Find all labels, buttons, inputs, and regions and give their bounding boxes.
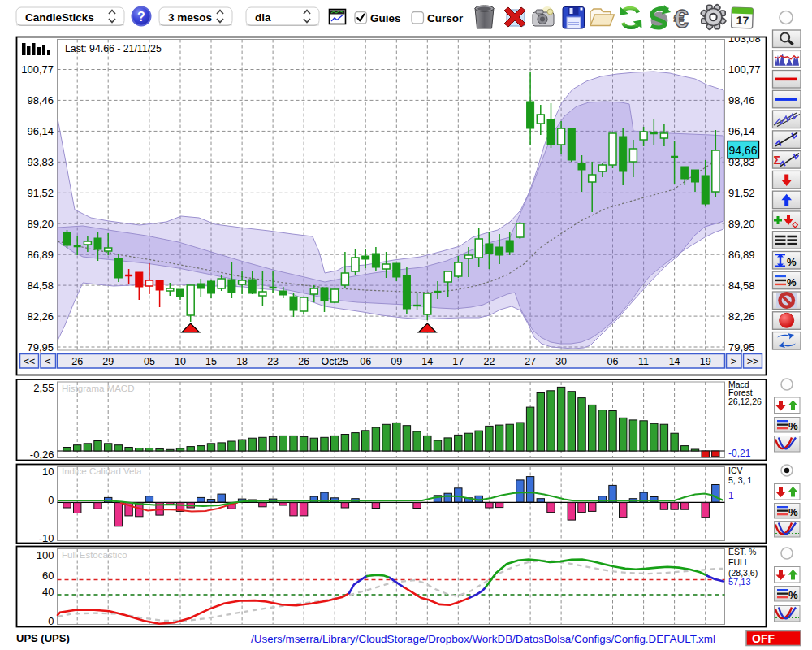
svg-text:-0,21: -0,21 — [728, 448, 751, 459]
svg-text:1: 1 — [728, 490, 734, 501]
svg-text:40: 40 — [42, 586, 54, 598]
svg-text:91,52: 91,52 — [728, 187, 755, 199]
svg-text:103,08: 103,08 — [728, 32, 761, 45]
svg-text:11: 11 — [638, 356, 649, 367]
svg-text:ICV: ICV — [728, 466, 743, 475]
svg-text:CandleSticks: CandleSticks — [25, 11, 94, 24]
svg-text:89,20: 89,20 — [728, 218, 755, 230]
svg-text:82,26: 82,26 — [728, 310, 755, 323]
svg-text:09: 09 — [391, 356, 402, 367]
svg-text:Oct25: Oct25 — [322, 356, 348, 367]
svg-text:96,14: 96,14 — [728, 125, 755, 137]
svg-text:dia: dia — [255, 11, 271, 24]
svg-text:Full Estocastico: Full Estocastico — [62, 550, 127, 560]
svg-text:FULL: FULL — [728, 557, 749, 567]
svg-text:82,26: 82,26 — [27, 310, 54, 323]
svg-text:Σ: Σ — [774, 154, 780, 167]
svg-text:Histgrama MACD: Histgrama MACD — [62, 384, 134, 393]
svg-text:2,55: 2,55 — [33, 382, 54, 394]
svg-text:19: 19 — [700, 356, 711, 367]
svg-text:100: 100 — [37, 549, 54, 561]
svg-text:-10: -10 — [39, 532, 54, 544]
svg-text:79,95: 79,95 — [728, 341, 755, 353]
svg-text:0: 0 — [48, 494, 54, 506]
svg-text:%: % — [788, 506, 798, 518]
svg-text:17: 17 — [736, 14, 749, 28]
svg-text:26,12,26: 26,12,26 — [728, 396, 762, 406]
svg-text:94,66: 94,66 — [728, 144, 757, 157]
svg-text:EST. %: EST. % — [728, 547, 756, 557]
svg-text:14: 14 — [421, 356, 433, 367]
svg-text:22: 22 — [483, 356, 495, 367]
svg-text:10: 10 — [42, 466, 54, 478]
svg-text:100,77: 100,77 — [21, 63, 54, 76]
svg-text:Last: 94.66 - 21/11/25: Last: 94.66 - 21/11/25 — [65, 43, 162, 54]
svg-text:0: 0 — [48, 615, 54, 627]
svg-text:57,13: 57,13 — [728, 577, 751, 587]
svg-text:29: 29 — [102, 356, 114, 367]
svg-text:84,58: 84,58 — [27, 280, 54, 292]
svg-text:91,52: 91,52 — [27, 187, 54, 199]
svg-text:18: 18 — [236, 356, 248, 367]
svg-text:€: € — [674, 4, 689, 33]
svg-text:26: 26 — [71, 356, 83, 367]
svg-text:89,20: 89,20 — [27, 218, 54, 230]
svg-text:23: 23 — [267, 356, 279, 367]
svg-text:98,46: 98,46 — [728, 94, 755, 106]
svg-text:/Users/mserra/Library/CloudSto: /Users/mserra/Library/CloudStorage/Dropb… — [251, 633, 715, 645]
svg-text:5, 3, 1: 5, 3, 1 — [728, 475, 752, 485]
svg-text:Guies: Guies — [370, 12, 401, 24]
svg-text:100,77: 100,77 — [728, 63, 761, 76]
svg-text:>: > — [731, 356, 736, 367]
svg-text:3 mesos: 3 mesos — [168, 11, 212, 24]
svg-text:98,46: 98,46 — [27, 94, 54, 106]
svg-text:OFF: OFF — [752, 632, 775, 645]
svg-text:05: 05 — [144, 356, 155, 367]
svg-text:Indice Calidad Vela: Indice Calidad Vela — [62, 466, 142, 476]
svg-text:93,83: 93,83 — [27, 156, 54, 168]
svg-text:86,89: 86,89 — [728, 249, 755, 261]
svg-text:>>: >> — [747, 356, 759, 367]
svg-text:06: 06 — [360, 356, 371, 367]
svg-text:%: % — [787, 256, 797, 268]
svg-text:26: 26 — [298, 356, 309, 367]
svg-text:14: 14 — [669, 356, 680, 367]
svg-text:79,95: 79,95 — [27, 341, 54, 353]
svg-text:84,58: 84,58 — [728, 280, 755, 292]
svg-text:Cursor: Cursor — [427, 12, 464, 24]
svg-text:%: % — [788, 589, 798, 601]
svg-text:-0,26: -0,26 — [30, 448, 54, 461]
svg-text:?: ? — [137, 10, 145, 24]
svg-text:27: 27 — [525, 356, 536, 367]
svg-text:<: < — [45, 356, 50, 367]
svg-text:86,89: 86,89 — [27, 249, 54, 261]
svg-text:<<: << — [24, 356, 36, 367]
svg-text:10: 10 — [175, 356, 186, 367]
svg-text:17: 17 — [452, 356, 464, 367]
svg-text:06: 06 — [607, 356, 619, 367]
svg-text:30: 30 — [555, 356, 567, 367]
svg-text:96,14: 96,14 — [27, 125, 54, 137]
svg-text:15: 15 — [205, 356, 217, 367]
svg-text:60: 60 — [42, 570, 54, 582]
svg-text:%: % — [787, 276, 797, 288]
svg-text:UPS (UPS): UPS (UPS) — [16, 632, 70, 644]
svg-text:%: % — [788, 420, 798, 432]
